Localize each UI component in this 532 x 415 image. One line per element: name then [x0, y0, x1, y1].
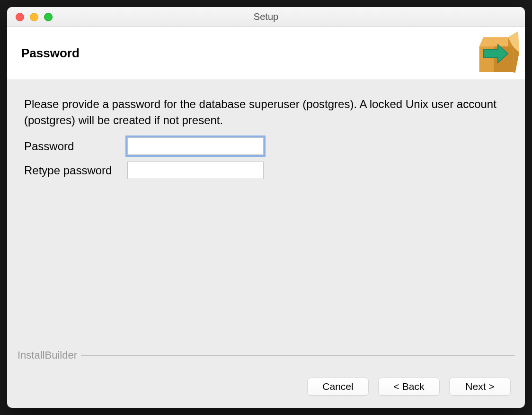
brand-label: InstallBuilder: [18, 349, 81, 361]
window-title: Setup: [7, 11, 525, 22]
minimize-icon[interactable]: [30, 13, 38, 21]
retype-password-label: Retype password: [24, 164, 127, 177]
instruction-text: Please provide a password for the databa…: [24, 96, 508, 128]
password-label: Password: [24, 140, 127, 153]
close-icon[interactable]: [16, 13, 24, 21]
cancel-button[interactable]: Cancel: [307, 378, 369, 396]
retype-password-row: Retype password: [24, 162, 508, 179]
retype-password-input[interactable]: [127, 162, 264, 179]
next-button[interactable]: Next >: [449, 378, 511, 396]
maximize-icon[interactable]: [44, 13, 53, 21]
divider-line: [81, 355, 514, 356]
back-button[interactable]: < Back: [378, 378, 440, 396]
content-area: Please provide a password for the databa…: [7, 80, 525, 408]
window-controls: [7, 13, 53, 21]
footer-divider: InstallBuilder: [18, 349, 514, 361]
installer-box-icon: [468, 27, 519, 80]
page-title: Password: [21, 46, 80, 61]
titlebar: Setup: [7, 7, 525, 27]
setup-window: Setup Password Please provide a password…: [7, 7, 525, 408]
page-header: Password: [7, 27, 525, 80]
button-bar: Cancel < Back Next >: [307, 378, 511, 396]
password-input[interactable]: [127, 137, 264, 155]
password-row: Password: [24, 137, 508, 155]
